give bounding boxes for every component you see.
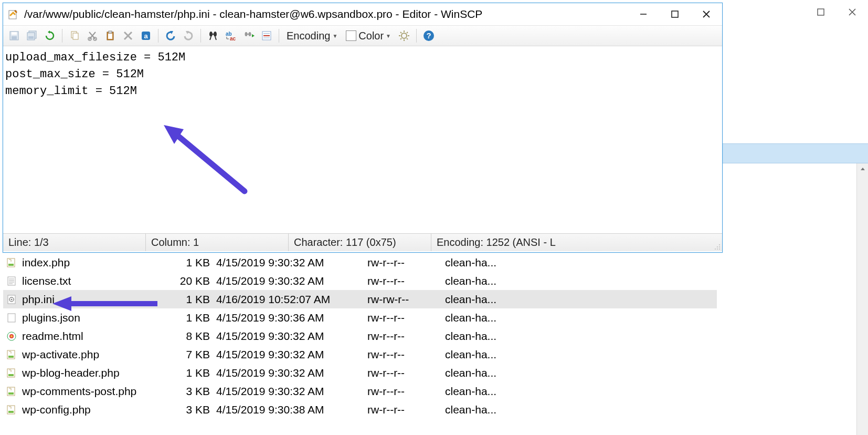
file-rights: rw-r--r--: [367, 348, 445, 361]
file-row[interactable]: wp-comments-post.php3 KB4/15/2019 9:30:3…: [3, 382, 717, 400]
file-rights: rw-r--r--: [367, 403, 445, 416]
statusbar: Line: 1/3 Column: 1 Character: 117 (0x75…: [3, 233, 722, 251]
file-icon: [5, 312, 18, 324]
file-changed: 4/15/2019 9:30:38 AM: [216, 403, 367, 416]
file-name: license.txt: [22, 275, 71, 287]
replace-button[interactable]: abac: [223, 28, 239, 44]
file-rights: rw-r--r--: [367, 256, 445, 269]
svg-text:ac: ac: [230, 36, 236, 41]
find-next-button[interactable]: [241, 28, 257, 44]
editor-textarea[interactable]: upload_max_filesize = 512M post_max_size…: [3, 46, 722, 233]
help-button[interactable]: ?: [421, 28, 437, 44]
file-rights: rw-r--r--: [367, 385, 445, 398]
file-icon: [5, 330, 18, 343]
toolbar-separator: [158, 29, 158, 43]
file-changed: 4/15/2019 9:30:32 AM: [216, 330, 367, 343]
svg-point-75: [715, 248, 716, 250]
file-list[interactable]: index.php1 KB4/15/2019 9:30:32 AMrw-r--r…: [3, 253, 717, 419]
bg-selection-bar: [722, 143, 868, 163]
color-swatch-icon: [346, 30, 356, 41]
file-row[interactable]: wp-blog-header.php1 KB4/15/2019 9:30:32 …: [3, 364, 717, 382]
svg-point-59: [401, 33, 407, 38]
file-row[interactable]: license.txt20 KB4/15/2019 9:30:32 AMrw-r…: [3, 272, 717, 290]
annotation-arrow-editor: [161, 89, 255, 230]
svg-rect-11: [8, 314, 15, 322]
file-changed: 4/15/2019 9:30:36 AM: [216, 312, 367, 324]
file-changed: 4/15/2019 9:30:32 AM: [216, 367, 367, 379]
file-changed: 4/15/2019 9:30:32 AM: [216, 256, 367, 269]
file-name: plugins.json: [22, 312, 80, 324]
preferences-button[interactable]: [396, 28, 412, 44]
file-size: 1 KB: [161, 312, 216, 324]
encoding-menu[interactable]: Encoding ▼: [283, 28, 341, 44]
svg-text:?: ?: [426, 31, 431, 40]
svg-rect-36: [73, 33, 78, 39]
svg-rect-41: [108, 34, 112, 39]
resize-grip-icon[interactable]: [712, 234, 722, 251]
file-icon: [5, 385, 18, 398]
svg-marker-24: [52, 296, 71, 311]
svg-text:a: a: [144, 32, 148, 40]
scroll-up-icon[interactable]: [857, 163, 868, 175]
editor-window: /var/www/public/clean-hamster/php.ini - …: [3, 3, 723, 253]
titlebar[interactable]: /var/www/public/clean-hamster/php.ini - …: [3, 3, 722, 25]
reload-button[interactable]: [42, 28, 58, 44]
file-size: 1 KB: [161, 293, 216, 306]
editor-content: upload_max_filesize = 512M post_max_size…: [5, 51, 185, 98]
bg-close-button[interactable]: [837, 1, 868, 24]
minimize-button[interactable]: [628, 4, 659, 25]
svg-line-67: [407, 32, 408, 33]
file-owner: clean-ha...: [445, 312, 518, 324]
svg-line-70: [176, 134, 245, 191]
find-button[interactable]: [205, 28, 221, 44]
paste-button[interactable]: [102, 28, 118, 44]
file-changed: 4/15/2019 9:30:32 AM: [216, 348, 367, 361]
goto-button[interactable]: [259, 28, 274, 44]
toolbar-separator: [416, 29, 417, 43]
bg-scrollbar[interactable]: [856, 163, 868, 435]
file-row[interactable]: wp-activate.php7 KB4/15/2019 9:30:32 AMr…: [3, 345, 717, 364]
svg-rect-16: [8, 356, 14, 358]
file-rights: rw-r--r--: [367, 330, 445, 343]
copy-button[interactable]: [67, 28, 82, 44]
delete-button[interactable]: [120, 28, 136, 44]
chevron-down-icon: ▼: [332, 33, 337, 39]
color-menu[interactable]: Color ▼: [343, 28, 394, 44]
svg-rect-18: [8, 374, 14, 376]
select-all-button[interactable]: a: [138, 28, 154, 44]
encoding-label: Encoding: [287, 30, 330, 42]
file-row[interactable]: wp-config.php3 KB4/15/2019 9:30:38 AMrw-…: [3, 400, 717, 419]
save-all-button[interactable]: [24, 28, 40, 44]
file-icon: [5, 367, 18, 379]
undo-button[interactable]: [163, 28, 178, 44]
redo-button[interactable]: [181, 28, 196, 44]
file-owner: clean-ha...: [445, 403, 518, 416]
file-row[interactable]: readme.html8 KB4/15/2019 9:30:32 AMrw-r-…: [3, 327, 717, 345]
file-owner: clean-ha...: [445, 275, 518, 287]
file-name: readme.html: [22, 330, 83, 343]
save-button[interactable]: [6, 28, 22, 44]
svg-line-66: [400, 38, 401, 39]
file-owner: clean-ha...: [445, 385, 518, 398]
file-icon: [5, 256, 18, 269]
file-size: 3 KB: [161, 385, 216, 398]
annotation-arrow-file: [52, 294, 157, 313]
app-icon: [7, 8, 19, 20]
file-owner: clean-ha...: [445, 348, 518, 361]
file-owner: clean-ha...: [445, 293, 518, 306]
file-rights: rw-rw-r--: [367, 293, 445, 306]
bg-maximize-button[interactable]: [805, 1, 837, 24]
chevron-down-icon: ▼: [386, 33, 391, 39]
svg-point-72: [719, 244, 720, 245]
svg-rect-3: [8, 277, 15, 285]
file-icon: [5, 293, 18, 306]
close-button[interactable]: [691, 4, 722, 25]
svg-point-76: [717, 248, 718, 250]
cut-button[interactable]: [84, 28, 100, 44]
maximize-button[interactable]: [659, 4, 691, 25]
svg-rect-40: [109, 31, 112, 33]
svg-marker-54: [252, 34, 255, 37]
file-row[interactable]: index.php1 KB4/15/2019 9:30:32 AMrw-r--r…: [3, 253, 717, 272]
svg-point-74: [719, 246, 720, 247]
file-name: wp-blog-header.php: [22, 367, 120, 379]
